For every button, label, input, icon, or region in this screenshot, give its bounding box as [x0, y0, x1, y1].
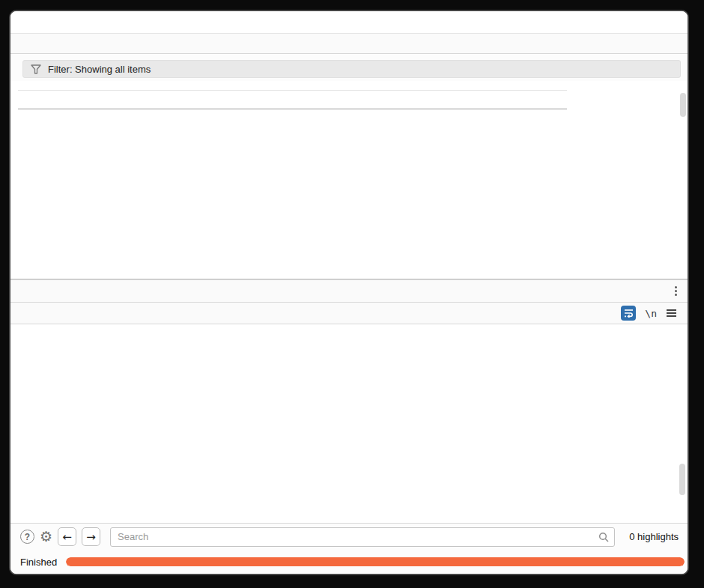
menu-bar — [10, 11, 688, 34]
highlights-count: 0 highlights — [625, 531, 679, 542]
scrollbar-thumb[interactable] — [680, 93, 686, 117]
next-match-button[interactable]: → — [82, 527, 100, 546]
search-input[interactable] — [110, 527, 615, 547]
settings-gear-icon[interactable]: ⚙ — [40, 530, 52, 544]
message-tab-bar — [10, 280, 688, 303]
word-wrap-icon[interactable] — [621, 306, 636, 321]
panel-menu-icon[interactable] — [664, 280, 688, 302]
response-editor[interactable] — [10, 324, 688, 523]
results-table-scrollbar[interactable] — [680, 91, 686, 276]
filter-label: Filter: Showing all items — [48, 64, 151, 75]
editor-scrollbar-thumb[interactable] — [679, 464, 685, 495]
progress-bar — [66, 557, 685, 566]
intruder-attack-window: Filter: Showing all items \n — [9, 10, 689, 575]
status-bar: Finished — [10, 550, 688, 574]
filter-section: Filter: Showing all items — [10, 54, 688, 81]
help-icon[interactable]: ? — [20, 530, 34, 544]
previous-match-button[interactable]: ← — [58, 527, 76, 546]
main-tab-bar — [10, 34, 688, 54]
filter-bar[interactable]: Filter: Showing all items — [22, 60, 681, 78]
attack-status-label: Finished — [20, 557, 57, 568]
filter-funnel-icon — [31, 64, 41, 74]
editor-menu-icon[interactable] — [666, 309, 677, 318]
results-table — [10, 90, 688, 279]
search-bar: ? ⚙ ← → 0 highlights — [10, 523, 688, 550]
table-spacer — [10, 81, 688, 90]
progress-fill — [66, 557, 685, 566]
search-icon — [598, 532, 609, 542]
show-newlines-icon[interactable]: \n — [645, 308, 657, 319]
editor-tab-bar: \n — [10, 303, 688, 324]
results-table-header — [18, 90, 567, 109]
